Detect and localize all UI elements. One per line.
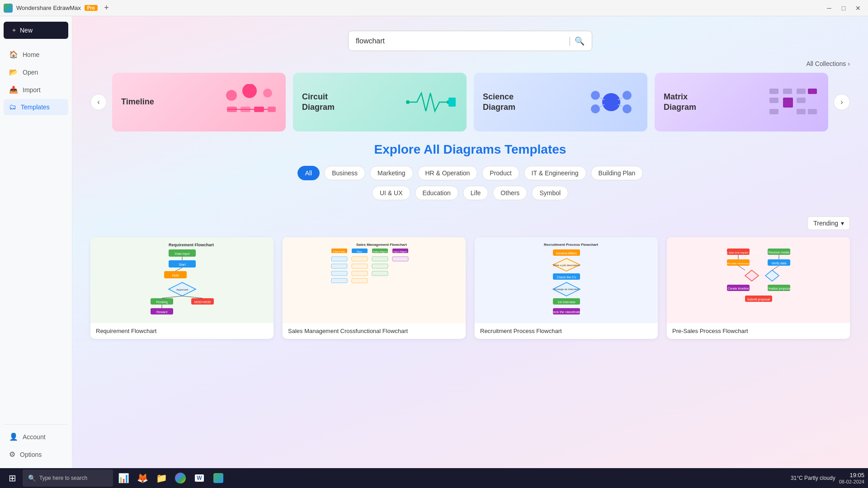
minimize-button[interactable]: ─ (823, 2, 835, 14)
template-card-presales[interactable]: Provide data and regular form to Receive… (667, 237, 850, 339)
svg-text:Start: Start (179, 263, 185, 266)
carousel-next-button[interactable]: › (834, 94, 850, 110)
svg-point-0 (226, 90, 237, 101)
sidebar-item-import-label: Import (23, 86, 41, 94)
date-display: 08-02-2024 (839, 479, 864, 484)
edraw-icon (213, 473, 223, 483)
svg-rect-27 (769, 109, 778, 114)
sidebar-item-import[interactable]: 📥 Import (4, 81, 68, 98)
sidebar-item-open[interactable]: 📂 Open (4, 64, 68, 80)
word-button[interactable]: W (191, 469, 208, 487)
filter-product[interactable]: Product (482, 166, 519, 180)
filter-building[interactable]: Building Plan (591, 166, 643, 180)
svg-rect-61 (352, 257, 368, 261)
filter-others[interactable]: Others (493, 186, 527, 200)
task-view-button[interactable]: 📊 (115, 469, 132, 487)
titlebar-left: Wondershare EdrawMax Pro + (4, 3, 112, 14)
filter-ui[interactable]: UI & UX (372, 186, 410, 200)
titlebar: Wondershare EdrawMax Pro + ─ □ ✕ (0, 0, 868, 16)
template-card-req-flowchart[interactable]: Requirement Flowchart Data Input Start H… (90, 237, 274, 339)
svg-point-8 (406, 100, 410, 104)
sidebar-item-account-label: Account (23, 433, 46, 441)
svg-text:Write a job description: Write a job description (553, 264, 580, 267)
titlebar-controls: ─ □ ✕ (823, 2, 864, 14)
chrome-button[interactable] (172, 469, 189, 487)
svg-point-14 (591, 104, 600, 113)
home-icon: 🏠 (9, 50, 18, 59)
search-area: | 🔍 (72, 16, 868, 60)
carousel-card-matrix[interactable]: Matrix Diagram (655, 73, 828, 131)
filter-all[interactable]: All (297, 166, 320, 180)
filter-life[interactable]: Life (463, 186, 489, 200)
svg-point-12 (591, 91, 600, 100)
carousel-card-science[interactable]: Science Diagram (474, 73, 647, 131)
svg-text:Finalize proposal: Finalize proposal (767, 287, 791, 291)
svg-text:Client Info: Client Info (333, 250, 345, 253)
svg-rect-25 (783, 98, 793, 108)
svg-rect-63 (372, 257, 388, 261)
svg-rect-60 (331, 264, 347, 268)
filter-hr[interactable]: HR & Operation (418, 166, 478, 180)
templates-grid: Requirement Flowchart Data Input Start H… (72, 237, 868, 357)
explore-title-plain: Explore (374, 142, 424, 156)
svg-rect-24 (769, 98, 778, 103)
filter-tags-row2: UI & UX Education Life Others Symbol (90, 186, 850, 200)
task-view-icon: 📊 (118, 473, 129, 483)
files-button[interactable]: 📁 (153, 469, 170, 487)
carousel-prev-button[interactable]: ‹ (90, 94, 107, 110)
sidebar-item-templates[interactable]: 🗂 Templates (4, 99, 68, 115)
filter-education[interactable]: Education (415, 186, 458, 200)
carousel-card-circuit[interactable]: Circuit Diagram (293, 73, 467, 131)
filter-tags: All Business Marketing HR & Operation Pr… (90, 166, 850, 180)
sidebar-item-account[interactable]: 👤 Account (4, 428, 68, 445)
new-tab-button[interactable]: + (101, 3, 112, 14)
maximize-button[interactable]: □ (837, 2, 850, 14)
search-input[interactable] (356, 37, 565, 45)
svg-point-2 (263, 89, 272, 98)
chevron-right-icon: › (848, 60, 850, 67)
svg-rect-65 (392, 257, 408, 261)
template-label-sales-flowchart: Sales Management Crossfunctional Flowcha… (283, 323, 466, 339)
filter-business[interactable]: Business (324, 166, 365, 180)
svg-text:Submit proposal: Submit proposal (747, 298, 770, 301)
svg-text:Sales Mgmt: Sales Mgmt (373, 250, 387, 253)
search-taskbar-button[interactable]: 🔍 Type here to search (23, 469, 113, 487)
taskbar-right: 31°C Partly cloudy 19:05 08-02-2024 (791, 472, 864, 484)
sort-dropdown[interactable]: Trending ▾ (807, 216, 850, 230)
template-preview-recruitment: Recruitment Process Flowchart General Af… (475, 237, 658, 323)
edraw-button[interactable] (210, 469, 227, 487)
svg-rect-67 (352, 271, 368, 276)
taskbar-time-display: 19:05 08-02-2024 (839, 472, 864, 484)
template-card-sales-flowchart[interactable]: Sales Management Flowchart Client Info P… (283, 237, 466, 339)
carousel-card-circuit-label: Circuit Diagram (302, 92, 335, 113)
carousel-card-timeline[interactable]: Timeline (112, 73, 286, 131)
svg-rect-21 (783, 89, 792, 94)
template-label-req-flowchart: Requirement Flowchart (90, 323, 274, 339)
browser-button[interactable]: 🦊 (134, 469, 151, 487)
explore-section: Explore All Diagrams Templates All Busin… (72, 142, 868, 216)
search-taskbar-icon: 🔍 (28, 474, 36, 482)
carousel-card-science-img (584, 80, 638, 125)
svg-text:Check the classification: Check the classification (550, 310, 583, 314)
new-button[interactable]: ＋ New (4, 22, 68, 39)
sidebar-item-options[interactable]: ⚙ Options (4, 446, 68, 463)
search-button[interactable]: 🔍 (575, 36, 585, 46)
carousel-card-timeline-img (222, 80, 277, 125)
taskbar-system-area: 31°C Partly cloudy 19:05 08-02-2024 (791, 472, 864, 484)
filter-marketing[interactable]: Marketing (370, 166, 413, 180)
close-button[interactable]: ✕ (852, 2, 864, 14)
all-collections-link[interactable]: All Collections › (806, 60, 850, 67)
svg-text:Input Mgmt: Input Mgmt (393, 250, 406, 253)
filter-symbol[interactable]: Symbol (532, 186, 568, 200)
svg-point-13 (623, 91, 632, 100)
template-card-recruitment[interactable]: Recruitment Process Flowchart General Af… (475, 237, 658, 339)
sidebar: ＋ New 🏠 Home 📂 Open 📥 Import 🗂 Templates (0, 16, 72, 468)
app-title: Wondershare EdrawMax (16, 5, 81, 11)
svg-text:Pending: Pending (156, 300, 168, 304)
start-button[interactable]: ⊞ (4, 469, 21, 487)
filter-it[interactable]: IT & Engineering (524, 166, 586, 180)
svg-text:Recruitment Process Flowchart: Recruitment Process Flowchart (544, 243, 598, 247)
svg-rect-28 (797, 109, 806, 114)
svg-rect-62 (352, 264, 368, 268)
sidebar-item-home[interactable]: 🏠 Home (4, 46, 68, 63)
